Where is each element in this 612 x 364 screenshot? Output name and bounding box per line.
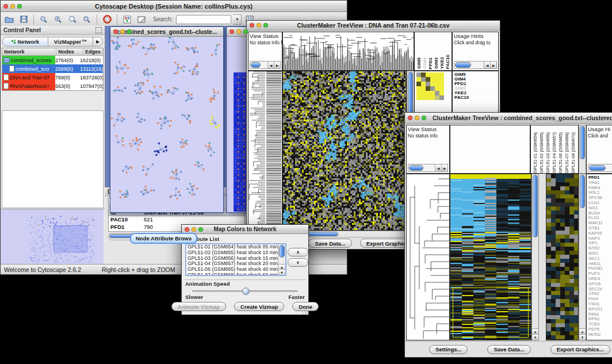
column-header-edges[interactable]: Edges — [83, 48, 103, 55]
float-panel-icon[interactable] — [95, 27, 102, 33]
scrollbar-track[interactable] — [250, 62, 267, 68]
tv2-row-dendro[interactable] — [407, 174, 449, 340]
scroll-right-button[interactable] — [490, 62, 496, 68]
network-list-row[interactable]: combined_scores 2764(0) 16218(0) — [2, 56, 103, 64]
gene-label[interactable]: MON2 — [588, 332, 612, 338]
slider-thumb[interactable] — [242, 288, 250, 295]
scrollbar-track[interactable] — [408, 164, 435, 171]
tv1-heatmap[interactable] — [283, 71, 406, 230]
tv2-vertical-scrollbar[interactable] — [531, 174, 539, 340]
animation-speed-slider[interactable] — [192, 290, 298, 292]
scrollbar-thumb[interactable] — [580, 126, 585, 159]
treeview2-title-bar[interactable]: ClusterMaker TreeView : combined_scores_… — [405, 113, 612, 124]
scroll-down-button[interactable] — [278, 269, 285, 275]
move-up-button[interactable]: ∧ — [288, 248, 308, 256]
scroll-down-button[interactable] — [532, 334, 538, 340]
column-label[interactable]: PFD1 — [428, 58, 433, 69]
scroll-right-button[interactable] — [274, 62, 280, 68]
resize-grip[interactable] — [303, 309, 308, 314]
scroll-left-button[interactable] — [484, 62, 490, 68]
usage-hints-scrollbar[interactable] — [588, 164, 612, 172]
tv1-heatmap-panel[interactable] — [282, 71, 407, 231]
usage-hints-scrollbar[interactable] — [454, 61, 497, 69]
column-label[interactable]: GPL51-04 (GSM857) — [552, 132, 557, 173]
close-button[interactable] — [230, 29, 234, 34]
column-label[interactable]: GIM5 — [416, 58, 422, 69]
close-button[interactable] — [408, 116, 412, 120]
tv1-column-dendrogram[interactable] — [282, 32, 414, 71]
minimize-button[interactable] — [415, 116, 419, 120]
zoom-button[interactable] — [243, 29, 248, 34]
column-label[interactable]: GPL51-03 (GSM856) — [545, 132, 550, 173]
tv1-col-dendro[interactable] — [283, 32, 414, 70]
column-label[interactable]: GPL51-01 (GSM854) — [533, 132, 538, 173]
scrollbar-thumb[interactable] — [533, 175, 538, 237]
annotation-button[interactable] — [135, 14, 148, 25]
scroll-left-button[interactable] — [267, 62, 274, 68]
scrollbar-thumb[interactable] — [580, 175, 585, 208]
birdseye-canvas[interactable] — [1, 209, 104, 264]
node-attribute-browser-button[interactable]: Node Attribute Brows — [130, 233, 197, 244]
zoom-selected-button[interactable] — [81, 14, 93, 25]
move-down-button[interactable]: ∨ — [288, 258, 308, 267]
zoom-button[interactable] — [422, 116, 426, 120]
column-label[interactable]: GPL51-07 (GSM868) — [564, 132, 569, 173]
network-window1-title-bar[interactable]: combined_scores_good.txt--cluste... — [110, 27, 223, 37]
matrix-row-label[interactable]: PAC10 — [454, 95, 498, 100]
column-label[interactable]: YKE2 — [439, 57, 445, 69]
tv2-row-dendrogram[interactable] — [406, 174, 450, 340]
vizmapper-button[interactable] — [121, 14, 133, 25]
minimize-button[interactable] — [10, 4, 15, 9]
scrollbar-thumb[interactable] — [279, 245, 285, 258]
create-vizmap-button[interactable]: Create Vizmap — [234, 302, 284, 311]
help-button[interactable] — [101, 14, 113, 25]
column-label[interactable]: GIM3 — [434, 58, 439, 69]
tv2-zoom-scrollbar[interactable] — [579, 174, 586, 340]
open-session-button[interactable] — [3, 14, 16, 25]
tv2-heatmap[interactable] — [450, 174, 531, 340]
column-label[interactable]: GIM4 — [422, 58, 427, 69]
tv2-panel-divider[interactable] — [539, 174, 546, 340]
search-input[interactable] — [176, 15, 231, 24]
scrollbar-thumb[interactable] — [251, 62, 261, 68]
network-list-row[interactable]: RNAPuberNov2+ 563(0) 107847(0) — [2, 82, 103, 90]
save-session-button[interactable] — [17, 14, 30, 25]
close-button[interactable] — [3, 4, 8, 9]
treeview1-title-bar[interactable]: ClusterMaker TreeView : DNA and Tran 07-… — [247, 21, 500, 30]
tv2-column-dendrogram[interactable] — [450, 125, 530, 174]
tv1-matrix[interactable] — [416, 72, 444, 100]
attribute-list[interactable]: GPL51-01 (GSM854) heat shock 05 minGPL51… — [185, 243, 286, 276]
minimize-button[interactable] — [120, 29, 125, 34]
column-label[interactable]: GPL51-06 (GSM865) — [558, 132, 563, 173]
scrollbar-track[interactable] — [588, 164, 612, 171]
attribute-row[interactable]: PAC10 621 — [109, 216, 244, 224]
close-button[interactable] — [113, 29, 118, 34]
scroll-up-button[interactable] — [579, 328, 586, 334]
scroll-down-button[interactable] — [579, 334, 586, 340]
zoom-button[interactable] — [17, 4, 22, 9]
tv2-zoom-heatmap-panel[interactable] — [546, 174, 579, 340]
network-list-row[interactable]: DNA and Tran 07 769(0) 183728(0) — [2, 73, 103, 82]
tv2-zoom-heatmap[interactable] — [546, 174, 578, 340]
birdseye-view[interactable] — [1, 209, 105, 265]
close-button[interactable] — [250, 23, 254, 28]
treeview-button[interactable]: Save Data... — [308, 239, 351, 248]
zoom-button[interactable] — [198, 227, 203, 232]
tab-vizmapper[interactable]: VizMapper™ — [48, 37, 93, 46]
treeview-button[interactable]: Settings... — [429, 345, 468, 354]
animate-vizmap-button[interactable]: Animate Vizmap — [171, 302, 226, 311]
scroll-up-button[interactable] — [532, 328, 538, 334]
minimize-button[interactable] — [236, 29, 241, 34]
tv1-row-dendrogram[interactable] — [248, 71, 282, 231]
scrollbar-track[interactable] — [454, 62, 484, 68]
column-label[interactable]: PAC10 — [445, 55, 450, 69]
zoom-fit-button[interactable] — [66, 14, 79, 25]
minimize-button[interactable] — [257, 23, 261, 28]
view-status-scrollbar[interactable] — [408, 164, 448, 172]
view-status-scrollbar[interactable] — [250, 61, 281, 69]
tab-network[interactable]: Network — [3, 37, 48, 46]
zoom-out-button[interactable] — [37, 14, 50, 25]
tv1-row-dendro[interactable] — [248, 71, 282, 230]
minimize-button[interactable] — [192, 227, 196, 232]
dialog-title-bar[interactable]: Map Colors to Network — [182, 225, 308, 234]
